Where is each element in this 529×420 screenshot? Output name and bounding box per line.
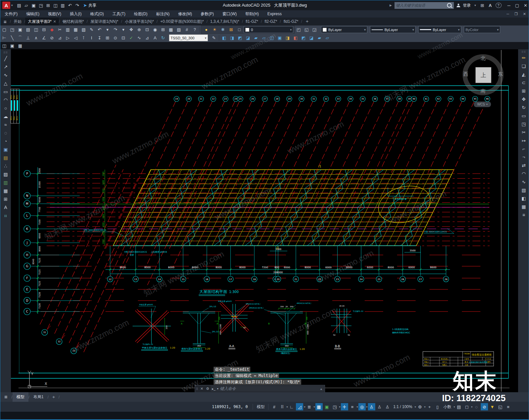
osnap-icon[interactable]: ▦ [315, 403, 323, 410]
layer-color-icon[interactable]: □ [235, 26, 243, 33]
lineweight-dropdown[interactable]: ByLayer▾ [418, 26, 461, 33]
ortho-icon[interactable]: ∟ [288, 403, 295, 410]
new-file-icon[interactable]: ▤ [16, 2, 22, 9]
polygon-icon[interactable]: △ [1, 79, 10, 87]
viewcube-east[interactable]: 东 [498, 71, 503, 77]
print-icon[interactable]: ▥ [60, 2, 66, 9]
search-input[interactable]: 键入关键字或短语 [394, 2, 454, 9]
redo-icon[interactable]: ↷ [111, 26, 119, 33]
tssd-circle-icon[interactable]: ⊘ [48, 35, 56, 41]
plot-icon[interactable]: ▤ [24, 26, 32, 33]
tssd-slab2-icon[interactable]: ◪ [244, 35, 252, 41]
line-icon[interactable]: ╱ [1, 54, 10, 63]
blend-icon[interactable]: ∿ [519, 178, 528, 186]
spline-fit-icon[interactable]: ≈ [1, 120, 10, 129]
match-properties-icon[interactable]: ✎ [88, 26, 96, 33]
menu-item-10[interactable]: 参数(P) [196, 10, 218, 18]
undo-icon[interactable]: ↶ [96, 26, 103, 33]
user-icon[interactable] [457, 4, 460, 7]
menu-item-2[interactable]: 编辑(E) [22, 10, 44, 18]
insert-block-icon[interactable]: ▣ [1, 145, 10, 153]
dynamic-ucs-icon[interactable]: ◳ [331, 403, 339, 410]
tssd-check-icon[interactable]: ✓ [127, 35, 135, 41]
transparency-icon[interactable]: ◎ [358, 403, 366, 410]
signin-button[interactable]: 登录 [463, 3, 471, 8]
arc-icon[interactable]: ◠ [1, 96, 10, 104]
help-icon[interactable]: ? [496, 3, 502, 8]
chevron-down-icon[interactable]: ▾ [471, 405, 472, 408]
tssd-wave-icon[interactable]: ∿ [135, 35, 143, 41]
menu-item-8[interactable]: 标注(N) [152, 10, 174, 18]
quick-properties-icon[interactable]: ▤ [455, 403, 463, 410]
tab-layout1[interactable]: 布局1 [29, 392, 48, 402]
tssd-down-icon[interactable]: ↧ [96, 35, 103, 41]
layer-prev-icon[interactable]: ◱ [303, 26, 310, 33]
zoom-window-icon[interactable]: ⊡ [143, 26, 151, 33]
paste-special-icon[interactable]: ▧ [80, 26, 88, 33]
copy-icon[interactable]: ❏ [519, 62, 528, 70]
selection-cycling-icon[interactable]: ♙ [368, 403, 375, 410]
app-logo-icon[interactable]: A [2, 2, 10, 9]
point-style-icon[interactable]: ⠶ [1, 211, 10, 220]
file-tab-8[interactable]: fl1-GZ* [243, 18, 261, 25]
polyline-icon[interactable]: ↗ [1, 63, 10, 71]
offset-icon[interactable]: ⊂ [519, 78, 528, 87]
file-tab-7[interactable]: 1,3,4,7,8#LT(N)* [208, 18, 242, 25]
tssd-angle-icon[interactable]: ∠ [40, 35, 48, 41]
open-icon[interactable]: ▱ [23, 2, 30, 9]
viewcube-south[interactable]: 南 [462, 88, 505, 94]
tssd-right-icon[interactable]: ▷ [64, 35, 72, 41]
viewports-icon[interactable]: ⊞ [159, 26, 167, 33]
publish-icon[interactable]: ⊟ [40, 26, 48, 33]
linetype-dropdown[interactable]: ByLayer▾ [370, 26, 416, 33]
text-icon[interactable]: A [1, 203, 10, 211]
mirror-icon[interactable]: ◭ [519, 70, 528, 78]
layout-menu-icon[interactable]: ≡ [0, 394, 11, 400]
menu-item-6[interactable]: 工具(T) [108, 10, 130, 18]
tssd-column-icon[interactable]: Ⅰ [88, 35, 96, 41]
gradient-icon[interactable]: ▥ [1, 178, 10, 187]
table-icon[interactable]: ⊞ [1, 195, 10, 203]
chevron-down-icon[interactable]: ▾ [454, 405, 455, 408]
extend-icon[interactable]: ↦ [519, 136, 528, 145]
autodesk-icon[interactable]: A [488, 2, 493, 9]
erase-icon[interactable]: ✏ [519, 54, 528, 62]
hatch-icon[interactable]: ▨ [1, 170, 10, 178]
file-tab-10[interactable]: fld1-GZ* [281, 18, 301, 25]
minimize-button[interactable]: ─ [508, 3, 510, 8]
app-store-icon[interactable]: ⊞ [480, 2, 485, 9]
zoom-previous-icon[interactable]: ◉ [151, 26, 159, 33]
layer-lock-icon[interactable]: ⊠ [227, 26, 235, 33]
tssd-sync-icon[interactable]: ▰ [315, 35, 323, 41]
doc-restore-button[interactable]: ❐ [514, 12, 518, 16]
rectangle-icon[interactable]: ▭ [1, 87, 10, 96]
tssd-slab-icon[interactable]: ◩ [236, 35, 244, 41]
file-tab-9[interactable]: fl2-GZ* [262, 18, 280, 25]
plotstyle-dropdown[interactable]: ByColor▾ [464, 26, 500, 33]
undo-icon[interactable]: ↶ [67, 2, 73, 9]
align-icon[interactable]: ◧ [519, 194, 528, 202]
copy-icon[interactable]: ▥ [64, 26, 72, 33]
redo-caret-icon[interactable]: ▾ [119, 26, 127, 33]
file-tab-4[interactable]: 屋架详图1(NN)* [88, 18, 121, 25]
join-icon[interactable]: ⇄ [519, 161, 528, 169]
tssd-box-icon[interactable]: ⊡ [119, 35, 127, 41]
close-button[interactable]: ✕ [524, 3, 527, 8]
filter-icon[interactable]: ▼ [489, 403, 496, 410]
file-tab-5[interactable]: 小屋顶平面1(N)* [122, 18, 156, 25]
tssd-perp-icon[interactable]: ⊥ [24, 35, 32, 41]
render-icon[interactable]: ◫ [0, 42, 8, 49]
plot-icon[interactable]: ⊞ [45, 2, 52, 9]
tssd-tee-icon[interactable]: ⊺ [80, 35, 88, 41]
tssd-empty-icon[interactable]: ▱ [260, 35, 268, 41]
preview-icon[interactable]: ◫ [32, 26, 40, 33]
move-icon[interactable]: ✥ [519, 95, 528, 103]
hardware-accel-icon[interactable]: ◱ [497, 403, 504, 410]
tssd-text-icon[interactable]: A [151, 35, 159, 41]
autoscale-icon[interactable]: + [426, 403, 433, 410]
field-icon[interactable]: ▨ [175, 26, 183, 33]
tab-model[interactable]: 模型 [13, 392, 28, 402]
tssd-tri-icon[interactable]: ⊿ [56, 35, 64, 41]
tssd-out-icon[interactable]: ▱ [323, 35, 331, 41]
annotation-scale-button[interactable]: 1:1 / 100% [392, 403, 414, 410]
